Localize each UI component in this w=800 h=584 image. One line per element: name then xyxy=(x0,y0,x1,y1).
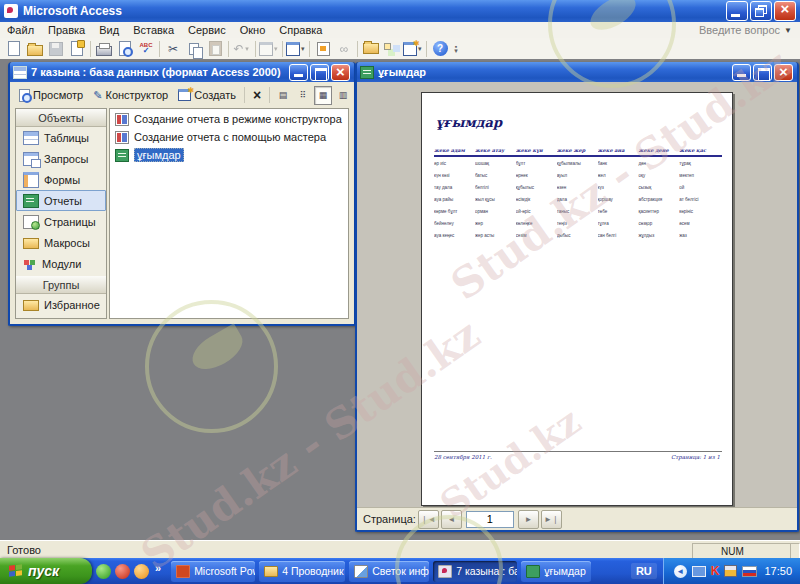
sidebar-item-modules[interactable]: Модули xyxy=(16,253,106,274)
spelling-icon[interactable]: ABC✓ xyxy=(136,40,156,58)
report-cell: таныс xyxy=(557,209,598,214)
chevron-down-icon[interactable]: ▼ xyxy=(784,26,792,35)
form-icon xyxy=(23,172,39,188)
restore-button[interactable] xyxy=(750,1,772,21)
db-minimize-button[interactable] xyxy=(289,64,308,81)
sidebar-item-pages[interactable]: Страницы xyxy=(16,211,106,232)
print-icon[interactable] xyxy=(94,40,114,58)
hide-icons-chevron[interactable]: ◄ xyxy=(674,565,687,578)
new-icon[interactable] xyxy=(4,40,24,58)
menu-file[interactable]: Файл xyxy=(0,23,41,37)
ask-question-box[interactable]: Введите вопрос ▼ xyxy=(642,24,800,36)
quick-launch-more-chevron[interactable]: » xyxy=(155,562,161,574)
sidebar-item-macros[interactable]: Макросы xyxy=(16,232,106,253)
menu-view[interactable]: Вид xyxy=(92,23,126,37)
first-page-button[interactable]: ❘◄ xyxy=(418,510,439,529)
close-button[interactable] xyxy=(774,1,796,21)
db-close-button[interactable] xyxy=(331,64,350,81)
preview-button[interactable]: Просмотр xyxy=(15,86,87,105)
sidebar-item-reports[interactable]: Отчеты xyxy=(16,190,106,211)
report-cell: құбылыс xyxy=(516,185,557,190)
delete-button[interactable]: × xyxy=(249,84,265,106)
minimize-button[interactable] xyxy=(726,1,748,21)
current-page-input[interactable]: 1 xyxy=(466,511,514,528)
list-item-new-report-wizard[interactable]: Создание отчета с помощью мастера xyxy=(110,129,348,145)
next-page-button[interactable]: ► xyxy=(518,510,539,529)
report-cell: батыс xyxy=(475,173,516,178)
ru-flag-icon[interactable] xyxy=(742,566,757,577)
report-cell: ат белгісі xyxy=(679,197,720,202)
menu-help[interactable]: Справка xyxy=(272,23,329,37)
undo-icon[interactable]: ↶▾ xyxy=(232,40,252,58)
objects-panel: Объекты Таблицы Запросы Формы Отчеты Стр… xyxy=(15,108,107,319)
report-cell: жаз xyxy=(679,233,720,238)
language-indicator[interactable]: RU xyxy=(631,563,657,579)
file-search-icon[interactable] xyxy=(67,40,87,58)
taskbar-button-explorer-group[interactable]: 4 Проводник▾ xyxy=(259,561,345,582)
report-page[interactable]: ұғымдар жеке адамжеке атаужеке күнжеке ж… xyxy=(421,92,733,506)
preview-window-title: ұғымдар xyxy=(378,66,426,78)
preview-minimize-button[interactable] xyxy=(732,64,751,81)
kaspersky-icon[interactable]: K xyxy=(711,564,720,578)
taskbar-button-access-db[interactable]: 7 казына : баз... xyxy=(433,561,517,582)
list-view-button[interactable]: ▦ xyxy=(314,86,332,105)
list-item-new-report-design[interactable]: Создание отчета в режиме конструктора xyxy=(110,111,348,127)
print-preview-icon[interactable] xyxy=(115,40,135,58)
database-window-icon[interactable]: ▾ xyxy=(286,40,306,58)
script-icon[interactable] xyxy=(313,40,333,58)
quick-launch-green-app-icon[interactable] xyxy=(96,564,111,579)
format-painter-icon[interactable]: ▾ xyxy=(259,40,279,58)
taskbar-button-picture[interactable]: Светок инфоd... xyxy=(349,561,429,582)
report-icon xyxy=(23,194,39,208)
menu-window[interactable]: Окно xyxy=(233,23,273,37)
report-cell: сызық xyxy=(638,185,679,190)
save-icon[interactable] xyxy=(46,40,66,58)
sidebar-item-forms[interactable]: Формы xyxy=(16,169,106,190)
help-icon[interactable]: ? xyxy=(430,40,450,58)
paste-icon[interactable] xyxy=(205,40,225,58)
quick-launch-red-app-icon[interactable] xyxy=(115,564,130,579)
cut-icon[interactable]: ✂ xyxy=(163,40,183,58)
preview-maximize-button[interactable] xyxy=(753,64,772,81)
report-cell: жер асты xyxy=(475,233,516,238)
taskbar-button-report[interactable]: ұғымдар xyxy=(521,561,591,582)
preview-close-button[interactable] xyxy=(774,64,793,81)
toolbar-options-icon[interactable]: ▪▾ xyxy=(451,40,461,58)
large-icons-view-button[interactable]: ▤ xyxy=(274,86,292,105)
audio-device-icon[interactable] xyxy=(724,565,737,577)
objects-header[interactable]: Объекты xyxy=(16,109,106,127)
create-button[interactable]: Создать xyxy=(174,86,240,104)
list-item-report-ugymdar[interactable]: ұғымдар xyxy=(110,147,348,163)
report-cell: ауыл xyxy=(557,173,598,178)
clock[interactable]: 17:50 xyxy=(764,565,792,577)
report-table-row: әр иісшошақбұлтқұбылмалыбанкдәнтұрақ xyxy=(434,157,722,169)
copy-icon[interactable] xyxy=(184,40,204,58)
properties-icon[interactable] xyxy=(361,40,381,58)
menu-edit[interactable]: Правка xyxy=(41,23,92,37)
start-button[interactable]: пуск xyxy=(0,558,92,584)
open-icon[interactable] xyxy=(25,40,45,58)
new-object-icon[interactable]: ▾ xyxy=(403,40,423,58)
small-icons-view-button[interactable]: ⠿ xyxy=(294,86,312,105)
taskbar-button-powerpoint[interactable]: Microsoft Powe... xyxy=(171,561,255,582)
report-cell: жер xyxy=(475,221,516,226)
relationships-icon[interactable] xyxy=(382,40,402,58)
display-icon[interactable] xyxy=(692,566,706,577)
sidebar-item-queries[interactable]: Запросы xyxy=(16,148,106,169)
menu-insert[interactable]: Вставка xyxy=(126,23,181,37)
report-column-header: жеке адам xyxy=(434,147,475,153)
report-cell: әр иіс xyxy=(434,161,475,166)
groups-header[interactable]: Группы xyxy=(16,276,106,294)
last-page-button[interactable]: ►❘ xyxy=(541,510,562,529)
design-button[interactable]: ✎Конструктор xyxy=(89,86,172,104)
details-view-button[interactable]: ▥ xyxy=(334,86,352,105)
db-maximize-button[interactable] xyxy=(310,64,329,81)
menu-tools[interactable]: Сервис xyxy=(181,23,233,37)
sidebar-item-favorites[interactable]: Избранное xyxy=(16,294,106,315)
report-cell: тұрақ xyxy=(679,161,720,166)
sidebar-item-tables[interactable]: Таблицы xyxy=(16,127,106,148)
quick-launch-orange-app-icon[interactable] xyxy=(134,564,149,579)
report-cell: жұлдыз xyxy=(638,233,679,238)
previous-page-button[interactable]: ◄ xyxy=(441,510,462,529)
links-icon[interactable]: ∞ xyxy=(334,40,354,58)
